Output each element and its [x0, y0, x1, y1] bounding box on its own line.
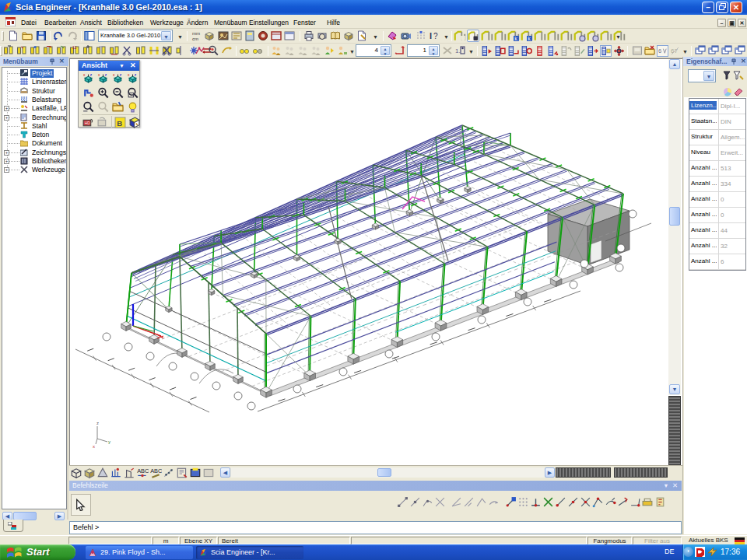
- svg-text:ABC: ABC: [150, 467, 162, 474]
- svg-text:x: x: [93, 444, 95, 449]
- svg-text:6: 6: [658, 47, 661, 54]
- svg-text:?: ?: [433, 32, 438, 40]
- svg-text:B: B: [117, 119, 122, 128]
- svg-text:z: z: [105, 73, 107, 77]
- svg-text:k: k: [514, 36, 517, 41]
- svg-text:z: z: [96, 421, 99, 425]
- svg-text:mm: mm: [192, 31, 200, 36]
- svg-text:1.: 1.: [455, 47, 461, 54]
- svg-text:HD: HD: [85, 121, 90, 125]
- svg-text:k: k: [528, 36, 531, 41]
- svg-text:z: z: [120, 73, 122, 77]
- svg-text:ABC: ABC: [137, 467, 149, 474]
- svg-text:x: x: [113, 73, 115, 77]
- svg-text:cm: cm: [192, 37, 198, 41]
- svg-text:y: y: [108, 439, 110, 444]
- svg-text:z: z: [90, 73, 93, 77]
- svg-text:x: x: [83, 73, 86, 77]
- svg-text:z: z: [135, 73, 137, 77]
- svg-text:12: 12: [72, 45, 77, 50]
- svg-text:x: x: [128, 73, 130, 77]
- svg-text:x: x: [98, 73, 100, 77]
- svg-text:I: I: [430, 31, 432, 40]
